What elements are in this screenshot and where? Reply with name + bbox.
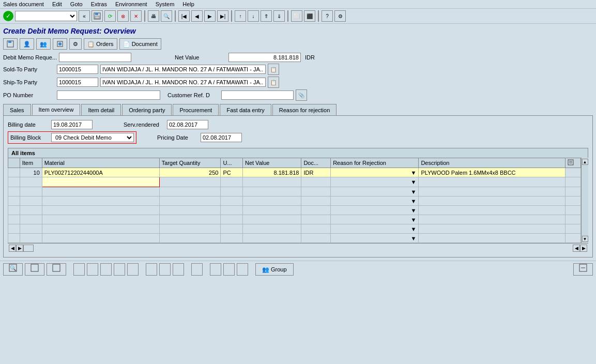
col-header-desc[interactable]: Description: [419, 158, 566, 168]
serv-rendered-input[interactable]: [167, 120, 208, 129]
customer-ref-icon[interactable]: 📎: [296, 89, 307, 101]
tab-procurement[interactable]: Procurement: [173, 104, 219, 115]
orders-btn[interactable]: 📋 Orders: [84, 38, 117, 50]
help-btn[interactable]: ?: [322, 10, 333, 22]
row-check-4[interactable]: [8, 196, 20, 206]
material-input-2[interactable]: [44, 178, 157, 186]
bottom-btn-6[interactable]: [100, 263, 112, 276]
print-btn[interactable]: 🖶: [148, 10, 159, 22]
net-value-input[interactable]: [228, 53, 301, 62]
sold-to-id-input[interactable]: [57, 65, 98, 74]
bottom-btn-7[interactable]: [114, 263, 125, 276]
ship-to-address-icon[interactable]: 📋: [268, 77, 279, 88]
bottom-right-btn[interactable]: [573, 263, 593, 276]
settings-btn[interactable]: ⚙: [334, 10, 346, 22]
scroll-up-btn[interactable]: ▲: [582, 159, 588, 165]
tab-sales[interactable]: Sales: [3, 104, 31, 115]
toolbar-select[interactable]: [15, 11, 77, 21]
tab-fast-data-entry[interactable]: Fast data entry: [220, 104, 271, 115]
scroll-down-btn[interactable]: ▼: [582, 236, 588, 242]
upload2-btn[interactable]: ⇑: [261, 10, 272, 22]
cancel-btn[interactable]: ✕: [130, 10, 142, 22]
menu-extras[interactable]: Extras: [91, 1, 107, 7]
bottom-btn-13[interactable]: [210, 263, 221, 276]
ship-to-id-input[interactable]: [57, 78, 98, 87]
document-btn[interactable]: 📄 Document: [119, 38, 161, 50]
download2-btn[interactable]: ⇓: [273, 10, 285, 22]
col-header-netval[interactable]: Net Value: [242, 158, 301, 168]
horiz-left-btn[interactable]: ◀: [9, 245, 16, 252]
reason-dropdown-7[interactable]: ▼: [411, 226, 417, 232]
menu-goto[interactable]: Goto: [70, 1, 83, 7]
reason-dropdown-6[interactable]: ▼: [411, 217, 417, 223]
bottom-btn-12[interactable]: [191, 263, 203, 276]
row-check-7[interactable]: [8, 224, 20, 234]
menu-help[interactable]: Help: [182, 1, 194, 7]
bottom-btn-15[interactable]: [237, 263, 248, 276]
bottom-btn-8[interactable]: [127, 263, 139, 276]
doc-btn-4[interactable]: [53, 38, 67, 50]
ship-to-address-input[interactable]: [100, 78, 266, 87]
row-check-5[interactable]: [8, 206, 20, 215]
tab-reason-for-rejection[interactable]: Reason for rejection: [272, 104, 337, 115]
refresh-btn[interactable]: ⟳: [104, 10, 116, 22]
horiz-scroll-right2[interactable]: ▶: [580, 245, 587, 252]
layout-btn[interactable]: ⬜: [291, 10, 302, 22]
menu-edit[interactable]: Edit: [52, 1, 62, 7]
row-check-3[interactable]: [8, 187, 20, 196]
col-header-reason[interactable]: Reason for Rejection: [331, 158, 419, 168]
col-header-uom[interactable]: U...: [221, 158, 243, 168]
doc-btn-5[interactable]: ⚙: [69, 38, 82, 50]
back-btn[interactable]: «: [79, 10, 90, 22]
reason-dropdown-1[interactable]: ▼: [411, 170, 417, 176]
bottom-btn-1[interactable]: 🔍: [3, 263, 23, 276]
sold-to-address-icon[interactable]: 📋: [268, 64, 279, 75]
row-check-1[interactable]: [8, 168, 20, 177]
po-number-input[interactable]: [57, 90, 160, 100]
group-button[interactable]: 👥 Group: [255, 263, 294, 276]
bottom-btn-14[interactable]: [223, 263, 235, 276]
row-material-input-2[interactable]: [42, 177, 159, 187]
col-header-doc[interactable]: Doc...: [301, 158, 331, 168]
col-header-material[interactable]: Material: [42, 158, 159, 168]
reason-dropdown-8[interactable]: ▼: [411, 235, 417, 241]
row-check-6[interactable]: [8, 215, 20, 224]
bottom-btn-5[interactable]: [87, 263, 98, 276]
first-btn[interactable]: |◀: [178, 10, 190, 22]
reason-dropdown-2[interactable]: ▼: [411, 179, 417, 185]
row-check-8[interactable]: [8, 234, 20, 243]
bottom-btn-4[interactable]: [73, 263, 85, 276]
reason-dropdown-3[interactable]: ▼: [411, 189, 417, 195]
col-header-item[interactable]: Item: [20, 158, 42, 168]
sold-to-address-input[interactable]: [100, 65, 266, 74]
green-check-icon[interactable]: ✓: [3, 11, 13, 21]
bottom-btn-10[interactable]: [159, 263, 171, 276]
last-btn[interactable]: ▶|: [217, 10, 228, 22]
billing-block-select[interactable]: 09 Check Debit Memo: [51, 133, 134, 142]
save-btn[interactable]: [91, 10, 103, 22]
col-header-settings[interactable]: [566, 158, 581, 168]
reason-dropdown-4[interactable]: ▼: [411, 198, 417, 204]
stop-btn[interactable]: ⊗: [117, 10, 129, 22]
next-btn[interactable]: ▶: [204, 10, 216, 22]
doc-btn-3[interactable]: 👥: [36, 38, 51, 50]
find-btn[interactable]: 🔍: [161, 10, 172, 22]
col-header-qty[interactable]: Target Quantity: [159, 158, 221, 168]
horiz-scroll-thumb[interactable]: [23, 245, 34, 252]
bottom-btn-3[interactable]: [47, 263, 66, 276]
download-btn[interactable]: ↓: [248, 10, 259, 22]
menu-environment[interactable]: Environment: [115, 1, 147, 7]
bottom-btn-9[interactable]: [146, 263, 157, 276]
pricing-date-input[interactable]: [201, 133, 242, 142]
menu-sales-document[interactable]: Sales document: [3, 1, 44, 7]
tab-ordering-party[interactable]: Ordering party: [122, 104, 172, 115]
doc-save-btn[interactable]: [3, 38, 18, 50]
row-check-2[interactable]: [8, 177, 20, 187]
billing-date-input[interactable]: [51, 120, 93, 129]
tab-item-overview[interactable]: Item overview: [32, 104, 81, 115]
customer-ref-input[interactable]: [221, 90, 294, 100]
upload-btn[interactable]: ↑: [235, 10, 246, 22]
tab-item-detail[interactable]: Item detail: [81, 104, 121, 115]
horiz-scroll-left2[interactable]: ◀: [573, 245, 580, 252]
doc-btn-2[interactable]: 👤: [20, 38, 34, 50]
